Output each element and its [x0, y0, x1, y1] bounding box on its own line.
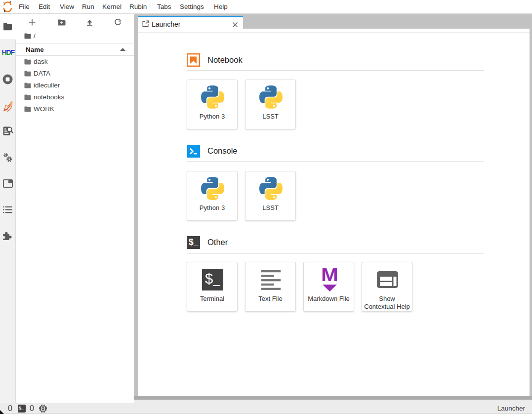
- svg-text:HDF: HDF: [2, 48, 15, 56]
